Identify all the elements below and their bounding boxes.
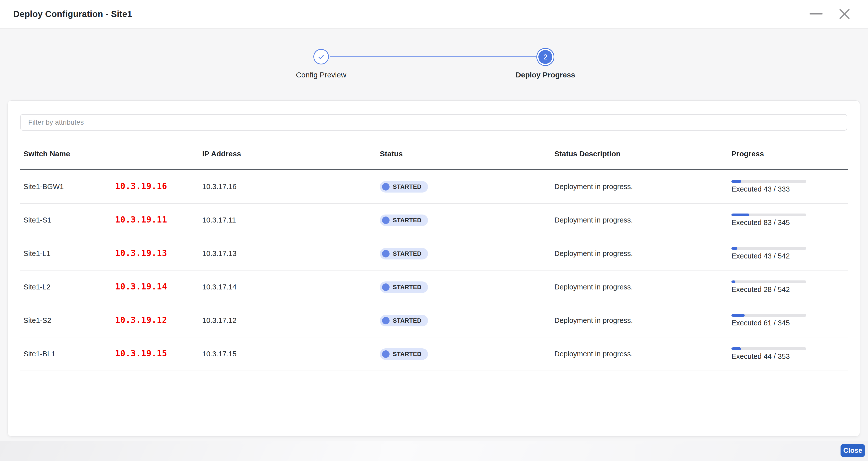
- progress-bar-fill: [732, 214, 749, 216]
- status-description-cell: Deployment in progress.: [551, 183, 728, 191]
- column-header-switch-name: Switch Name: [20, 150, 199, 158]
- column-header-status: Status: [377, 150, 551, 158]
- status-dot-icon: [382, 217, 390, 224]
- switch-name-cell: Site1-L1 10.3.19.13: [20, 249, 199, 258]
- switch-name: Site1-BGW1: [24, 183, 64, 190]
- ip-address-cell: 10.3.17.16: [199, 183, 377, 191]
- stepper-connector: [330, 56, 536, 57]
- status-badge: STARTED: [380, 281, 428, 293]
- console-ip-overlay: 10.3.19.12: [115, 315, 167, 325]
- ip-address-cell: 10.3.17.15: [199, 350, 377, 358]
- dialog-titlebar: Deploy Configuration - Site1: [0, 0, 868, 28]
- progress-bar-track: [732, 180, 806, 183]
- status-text: STARTED: [393, 217, 422, 224]
- dialog-title: Deploy Configuration - Site1: [13, 9, 132, 19]
- progress-cell: Executed 43 / 333: [728, 180, 848, 193]
- progress-indicator: Executed 28 / 542: [732, 280, 848, 294]
- progress-bar-track: [732, 214, 806, 216]
- step-number-badge: 2: [538, 50, 552, 64]
- switch-name: Site1-L1: [24, 249, 51, 257]
- progress-indicator: Executed 43 / 542: [732, 247, 848, 260]
- close-button[interactable]: Close: [840, 444, 865, 457]
- switch-name: Site1-S2: [24, 316, 51, 325]
- progress-indicator: Executed 44 / 353: [732, 347, 848, 361]
- status-cell: STARTED: [377, 315, 551, 327]
- column-header-ip-address: IP Address: [199, 150, 377, 158]
- status-badge: STARTED: [380, 215, 428, 226]
- step-label-config-preview[interactable]: Config Preview: [296, 71, 346, 79]
- status-dot-icon: [382, 250, 390, 257]
- ip-address-cell: 10.3.17.14: [199, 283, 377, 291]
- progress-bar-fill: [732, 347, 741, 350]
- status-dot-icon: [382, 283, 390, 291]
- console-ip-overlay: 10.3.19.14: [115, 282, 167, 291]
- step-deploy-progress[interactable]: 2: [536, 48, 554, 66]
- status-description-cell: Deployment in progress.: [551, 283, 728, 291]
- progress-cell: Executed 43 / 542: [728, 247, 848, 260]
- status-text: STARTED: [393, 317, 422, 324]
- console-ip-overlay: 10.3.19.15: [115, 349, 167, 358]
- ip-address-cell: 10.3.17.11: [199, 216, 377, 224]
- progress-bar-track: [732, 347, 806, 350]
- status-badge: STARTED: [380, 348, 428, 360]
- column-header-progress: Progress: [728, 150, 848, 158]
- progress-label: Executed 83 / 345: [732, 218, 848, 227]
- progress-bar-fill: [732, 247, 737, 250]
- table-row: Site1-S2 10.3.19.12 10.3.17.12 STARTED D…: [20, 304, 848, 337]
- column-header-status-description: Status Description: [551, 150, 728, 158]
- progress-cell: Executed 28 / 542: [728, 280, 848, 294]
- deploy-progress-panel: Switch Name IP Address Status Status Des…: [7, 100, 860, 436]
- switch-name: Site1-BL1: [24, 350, 55, 358]
- minimize-button[interactable]: [809, 7, 823, 21]
- switch-name-cell: Site1-BL1 10.3.19.15: [20, 350, 199, 358]
- console-ip-overlay: 10.3.19.16: [115, 181, 167, 191]
- switch-table: Switch Name IP Address Status Status Des…: [20, 131, 848, 371]
- table-row: Site1-L2 10.3.19.14 10.3.17.14 STARTED D…: [20, 271, 848, 304]
- status-description-cell: Deployment in progress.: [551, 316, 728, 325]
- status-cell: STARTED: [377, 181, 551, 192]
- filter-input[interactable]: [20, 114, 847, 131]
- progress-label: Executed 28 / 542: [732, 285, 848, 294]
- status-description-cell: Deployment in progress.: [551, 216, 728, 224]
- minimize-icon: [810, 13, 823, 14]
- table-body: Site1-BGW1 10.3.19.16 10.3.17.16 STARTED…: [20, 170, 848, 371]
- switch-name-cell: Site1-L2 10.3.19.14: [20, 283, 199, 291]
- progress-cell: Executed 44 / 353: [728, 347, 848, 361]
- switch-name: Site1-L2: [24, 283, 51, 291]
- close-icon: [839, 8, 850, 20]
- progress-label: Executed 43 / 333: [732, 185, 848, 193]
- table-header-row: Switch Name IP Address Status Status Des…: [20, 131, 848, 170]
- table-row: Site1-BL1 10.3.19.15 10.3.17.15 STARTED …: [20, 337, 848, 371]
- status-badge: STARTED: [380, 248, 428, 259]
- status-cell: STARTED: [377, 248, 551, 259]
- ip-address-cell: 10.3.17.12: [199, 316, 377, 325]
- ip-address-cell: 10.3.17.13: [199, 249, 377, 258]
- progress-cell: Executed 83 / 345: [728, 214, 848, 227]
- progress-bar-fill: [732, 280, 735, 283]
- switch-name-cell: Site1-BGW1 10.3.19.16: [20, 183, 199, 191]
- dialog-footer: Close: [0, 441, 868, 461]
- status-dot-icon: [382, 183, 390, 190]
- table-row: Site1-BGW1 10.3.19.16 10.3.17.16 STARTED…: [20, 170, 848, 204]
- step-label-deploy-progress[interactable]: Deploy Progress: [516, 71, 575, 79]
- status-badge: STARTED: [380, 181, 428, 192]
- status-text: STARTED: [393, 250, 422, 257]
- status-cell: STARTED: [377, 348, 551, 360]
- table-row: Site1-L1 10.3.19.13 10.3.17.13 STARTED D…: [20, 237, 848, 271]
- progress-cell: Executed 61 / 345: [728, 314, 848, 327]
- table-row: Site1-S1 10.3.19.11 10.3.17.11 STARTED D…: [20, 204, 848, 237]
- progress-label: Executed 44 / 353: [732, 352, 848, 361]
- progress-label: Executed 43 / 542: [732, 252, 848, 260]
- progress-bar-fill: [732, 314, 745, 317]
- window-controls: [809, 0, 868, 28]
- progress-bar-track: [732, 280, 806, 283]
- progress-indicator: Executed 83 / 345: [732, 214, 848, 227]
- status-description-cell: Deployment in progress.: [551, 350, 728, 358]
- status-cell: STARTED: [377, 215, 551, 226]
- step-config-preview[interactable]: [313, 49, 329, 64]
- status-dot-icon: [382, 350, 390, 358]
- close-window-button[interactable]: [838, 7, 851, 21]
- progress-bar-track: [732, 247, 806, 250]
- switch-name-cell: Site1-S1 10.3.19.11: [20, 216, 199, 224]
- progress-indicator: Executed 61 / 345: [732, 314, 848, 327]
